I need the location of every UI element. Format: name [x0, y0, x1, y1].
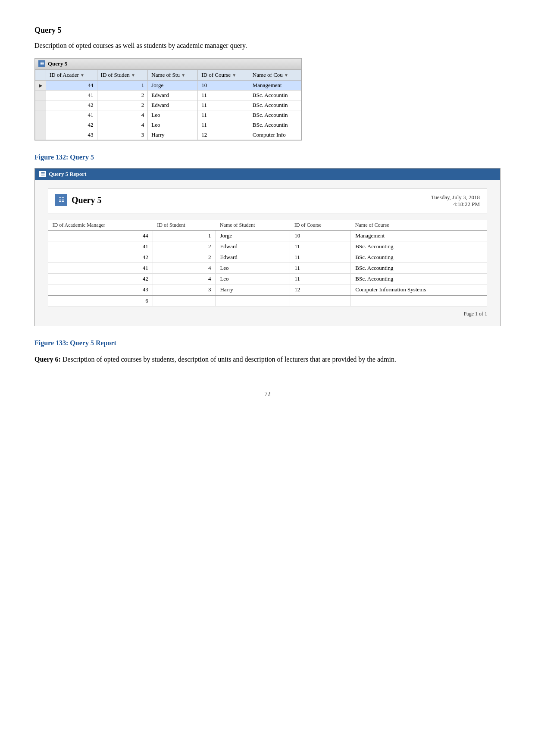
- table-row[interactable]: 422Edward11BSc. Accountin: [35, 100, 301, 110]
- cell-id_acad: 41: [46, 91, 97, 100]
- report-titlebar: ☷ Query 5 Report: [35, 169, 500, 180]
- query6-bold-label: Query 6:: [34, 356, 61, 363]
- row-selector: [35, 120, 46, 130]
- table-row[interactable]: 433Harry12Computer Info: [35, 130, 301, 140]
- cell-id_stud: 2: [97, 100, 148, 110]
- report-cell-name_stud: Jorge: [216, 231, 290, 241]
- report-cell-name_course: BSc. Accounting: [351, 252, 487, 263]
- table-row[interactable]: 412Edward11BSc. Accountin: [35, 91, 301, 100]
- access-window-title: Query 5: [48, 60, 67, 67]
- cell-name_stud: Jorge: [148, 81, 198, 91]
- cell-name_stud: Harry: [148, 130, 198, 140]
- report-body: ☷ Query 5 Tuesday, July 3, 2018 4:18:22 …: [35, 180, 500, 326]
- report-cell-name_course: BSc. Accounting: [351, 263, 487, 274]
- report-cell-id_stud: 1: [153, 231, 216, 241]
- report-cell-id_course: 12: [290, 284, 351, 296]
- report-cell-id_stud: 2: [153, 241, 216, 252]
- table-row[interactable]: 414Leo11BSc. Accountin: [35, 110, 301, 120]
- query5-description: Description of opted courses as well as …: [34, 42, 501, 50]
- report-cell-id_course: 11: [290, 252, 351, 263]
- table-row: 433Harry12Computer Information Systems: [48, 284, 487, 296]
- cell-id_acad: 44: [46, 81, 97, 91]
- col-name-course[interactable]: Name of Cou ▼: [249, 70, 301, 81]
- cell-id_acad: 41: [46, 110, 97, 120]
- report-cell-id_acad: 42: [48, 274, 153, 284]
- col-name-stud[interactable]: Name of Stu ▼: [148, 70, 198, 81]
- figure132-caption: Figure 132: Query 5: [34, 153, 501, 161]
- access-titlebar: ☷ Query 5: [35, 59, 301, 69]
- report-cell-id_acad: 42: [48, 252, 153, 263]
- cell-name_stud: Leo: [148, 120, 198, 130]
- cell-id_course: 12: [198, 130, 249, 140]
- report-cell-name_course: Computer Information Systems: [351, 284, 487, 296]
- cell-name_stud: Leo: [148, 110, 198, 120]
- report-cell-name_course: BSc. Accounting: [351, 274, 487, 284]
- report-date-block: Tuesday, July 3, 2018 4:18:22 PM: [431, 194, 480, 208]
- report-cell-id_acad: 43: [48, 284, 153, 296]
- access-data-table: ID of Acader ▼ ID of Studen ▼ Name of St…: [35, 69, 301, 140]
- table-row: 422Edward11BSc. Accounting: [48, 252, 487, 263]
- report-cell-id_acad: 44: [48, 231, 153, 241]
- report-titlebar-label: Query 5 Report: [49, 171, 86, 178]
- report-title: Query 5: [72, 195, 101, 205]
- report-cell-id_course: 11: [290, 263, 351, 274]
- report-title-area: ☷ Query 5: [55, 194, 101, 206]
- query6-description: Description of opted courses by students…: [61, 356, 396, 363]
- cell-id_stud: 1: [97, 81, 148, 91]
- cell-id_stud: 2: [97, 91, 148, 100]
- report-col-id-course: ID of Course: [290, 220, 351, 231]
- table-row[interactable]: ▶441Jorge10Management: [35, 81, 301, 91]
- report-header: ☷ Query 5 Tuesday, July 3, 2018 4:18:22 …: [48, 188, 487, 213]
- report-cell-id_stud: 4: [153, 274, 216, 284]
- cell-name_course: Management: [249, 81, 301, 91]
- report-cell-id_stud: 4: [153, 263, 216, 274]
- cell-id_stud: 3: [97, 130, 148, 140]
- report-count-empty: [153, 295, 216, 306]
- report-col-id-acad: ID of Academic Manager: [48, 220, 153, 231]
- row-selector-header: [35, 70, 46, 81]
- report-container: ☷ Query 5 Report ☷ Query 5 Tuesday, July…: [34, 168, 501, 326]
- table-row: 424Leo11BSc. Accounting: [48, 274, 487, 284]
- cell-id_course: 11: [198, 91, 249, 100]
- report-cell-id_stud: 3: [153, 284, 216, 296]
- report-cell-name_stud: Leo: [216, 274, 290, 284]
- report-cell-id_acad: 41: [48, 263, 153, 274]
- report-date: Tuesday, July 3, 2018: [431, 194, 480, 201]
- col-id-course[interactable]: ID of Course ▼: [198, 70, 249, 81]
- report-count-row: 6: [48, 295, 487, 306]
- cell-id_acad: 42: [46, 100, 97, 110]
- report-cell-name_course: Management: [351, 231, 487, 241]
- table-row[interactable]: 424Leo11BSc. Accountin: [35, 120, 301, 130]
- report-page-label: Page 1 of 1: [464, 311, 487, 317]
- cell-id_course: 11: [198, 120, 249, 130]
- report-cell-id_stud: 2: [153, 252, 216, 263]
- cell-name_course: BSc. Accountin: [249, 110, 301, 120]
- cell-id_course: 11: [198, 100, 249, 110]
- report-cell-id_course: 11: [290, 241, 351, 252]
- report-cell-name_stud: Leo: [216, 263, 290, 274]
- report-col-name-course: Name of Course: [351, 220, 487, 231]
- row-selector: ▶: [35, 81, 46, 91]
- access-icon: ☷: [38, 60, 45, 67]
- report-footer: Page 1 of 1: [48, 311, 487, 317]
- cell-id_stud: 4: [97, 120, 148, 130]
- report-titlebar-icon: ☷: [39, 171, 46, 177]
- report-cell-id_course: 11: [290, 274, 351, 284]
- row-selector: [35, 100, 46, 110]
- cell-name_course: BSc. Accountin: [249, 91, 301, 100]
- report-cell-name_stud: Edward: [216, 252, 290, 263]
- report-cell-id_course: 10: [290, 231, 351, 241]
- report-count-empty: [351, 295, 487, 306]
- cell-id_acad: 42: [46, 120, 97, 130]
- row-selector: [35, 130, 46, 140]
- report-col-name-stud: Name of Student: [216, 220, 290, 231]
- row-selector: [35, 110, 46, 120]
- figure133-caption: Figure 133: Query 5 Report: [34, 339, 501, 347]
- report-count-empty: [216, 295, 290, 306]
- table-row: 412Edward11BSc. Accounting: [48, 241, 487, 252]
- col-id-stud[interactable]: ID of Studen ▼: [97, 70, 148, 81]
- col-id-acad[interactable]: ID of Acader ▼: [46, 70, 97, 81]
- table-row: 414Leo11BSc. Accounting: [48, 263, 487, 274]
- query5-heading: Query 5: [34, 26, 501, 35]
- cell-name_course: Computer Info: [249, 130, 301, 140]
